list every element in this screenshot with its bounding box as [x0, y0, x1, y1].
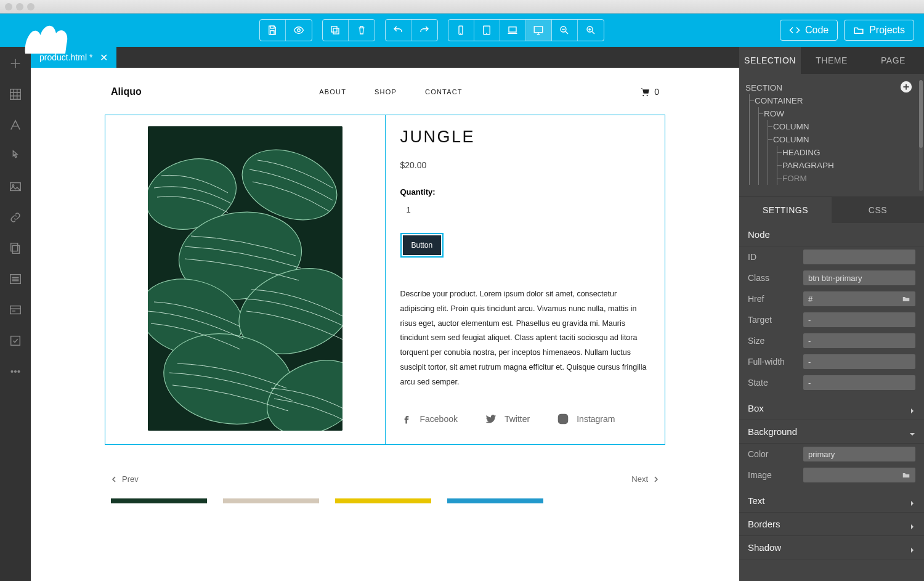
text-icon[interactable]: [6, 116, 25, 134]
next-button[interactable]: Next: [631, 474, 659, 484]
traffic-light-max[interactable]: [27, 3, 34, 10]
phone-icon[interactable]: [448, 20, 474, 41]
section-borders[interactable]: Borders: [739, 513, 924, 536]
list-icon[interactable]: [6, 270, 25, 288]
app-logo: [10, 14, 84, 47]
tree-column-2[interactable]: COLUMN: [773, 133, 918, 146]
id-input[interactable]: [803, 250, 915, 264]
product-title[interactable]: JUNGLE: [400, 128, 650, 147]
svg-rect-36: [11, 336, 20, 346]
product-section[interactable]: JUNGLE $20.00 Quantity: 1 Button Describ…: [105, 115, 665, 445]
href-input[interactable]: #: [803, 291, 915, 306]
site-brand[interactable]: Aliquo: [111, 86, 142, 97]
qty-value[interactable]: 1: [407, 205, 650, 214]
prev-button[interactable]: Prev: [111, 474, 139, 484]
traffic-light-close[interactable]: [5, 3, 12, 10]
chevron-right-icon: [909, 405, 915, 412]
tree-heading[interactable]: HEADING: [782, 146, 918, 159]
laptop-icon[interactable]: [500, 20, 526, 41]
bg-image-input[interactable]: [803, 468, 915, 482]
canvas[interactable]: Aliquo ABOUT SHOP CONTACT 0: [31, 68, 739, 581]
selected-element[interactable]: Button: [400, 233, 444, 258]
thumb-3[interactable]: [335, 498, 431, 503]
delete-icon[interactable]: [349, 20, 375, 41]
nav-shop[interactable]: SHOP: [375, 88, 397, 95]
size-input[interactable]: -: [803, 333, 915, 348]
undo-icon[interactable]: [386, 20, 411, 41]
traffic-light-min[interactable]: [16, 3, 23, 10]
projects-label: Projects: [869, 25, 905, 36]
svg-rect-28: [11, 243, 18, 251]
folder-icon[interactable]: [902, 471, 910, 479]
redo-icon[interactable]: [411, 20, 437, 41]
qty-label: Quantity:: [400, 187, 650, 197]
subtab-css[interactable]: CSS: [832, 197, 924, 223]
zoom-in-icon[interactable]: [578, 20, 604, 41]
section-shadow[interactable]: Shadow: [739, 536, 924, 559]
folder-icon[interactable]: [902, 295, 910, 303]
product-description[interactable]: Describe your product. Lorem ipsum dolor…: [400, 287, 650, 389]
class-input[interactable]: btn btn-primary: [803, 270, 915, 285]
tree-row[interactable]: ROW: [764, 107, 918, 120]
code-button[interactable]: Code: [780, 20, 838, 41]
nav-contact[interactable]: CONTACT: [425, 88, 463, 95]
image-icon[interactable]: [6, 177, 25, 196]
pager: Prev Next: [105, 474, 665, 484]
add-to-cart-button[interactable]: Button: [403, 235, 442, 255]
tab-page[interactable]: PAGE: [862, 47, 924, 74]
section-text[interactable]: Text: [739, 489, 924, 513]
thumb-4[interactable]: [447, 498, 543, 503]
grid-icon[interactable]: [6, 85, 25, 104]
tree-paragraph[interactable]: PARAGRAPH: [782, 159, 918, 172]
svg-point-39: [18, 371, 20, 373]
svg-rect-10: [535, 26, 543, 33]
close-icon[interactable]: ✕: [100, 52, 108, 63]
more-icon[interactable]: [6, 362, 25, 381]
fullwidth-input[interactable]: -: [803, 354, 915, 369]
zoom-out-icon[interactable]: [552, 20, 578, 41]
section-node[interactable]: Node: [739, 223, 924, 246]
nav-about[interactable]: ABOUT: [319, 88, 346, 95]
toolbar-center: [259, 19, 604, 41]
chevron-right-icon: [909, 498, 915, 504]
svg-rect-1: [270, 31, 274, 35]
add-icon[interactable]: [6, 54, 25, 73]
thumb-1[interactable]: [111, 498, 207, 503]
target-input[interactable]: -: [803, 312, 915, 327]
cart[interactable]: 0: [640, 87, 659, 97]
checkbox-icon[interactable]: [6, 331, 25, 350]
social-row: Facebook Twitter Instagram: [400, 413, 650, 425]
state-input[interactable]: -: [803, 375, 915, 390]
share-twitter[interactable]: Twitter: [485, 413, 530, 425]
tree-container[interactable]: CONTAINER: [755, 94, 918, 107]
card-icon[interactable]: [6, 301, 25, 319]
pointer-icon[interactable]: [6, 147, 25, 165]
link-icon[interactable]: [6, 208, 25, 227]
svg-point-2: [298, 29, 301, 32]
copy-icon[interactable]: [323, 20, 349, 41]
product-price[interactable]: $20.00: [400, 160, 650, 170]
tablet-icon[interactable]: [474, 20, 500, 41]
tree-scrollbar[interactable]: [919, 80, 923, 191]
subtab-settings[interactable]: SETTINGS: [739, 197, 832, 223]
tree-form[interactable]: FORM: [782, 172, 918, 185]
svg-rect-27: [12, 245, 19, 253]
add-element-icon[interactable]: [899, 80, 913, 94]
preview-icon[interactable]: [286, 20, 312, 41]
tab-selection[interactable]: SELECTION: [739, 47, 801, 74]
section-box[interactable]: Box: [739, 397, 924, 420]
tree-column-1[interactable]: COLUMN: [773, 120, 918, 133]
share-facebook[interactable]: Facebook: [400, 413, 458, 425]
projects-button[interactable]: Projects: [844, 20, 914, 41]
tab-theme[interactable]: THEME: [801, 47, 862, 74]
copy-tool-icon[interactable]: [6, 239, 25, 258]
thumb-2[interactable]: [223, 498, 319, 503]
save-icon[interactable]: [260, 20, 286, 41]
section-background[interactable]: Background: [739, 420, 924, 444]
dom-tree: SECTION CONTAINER ROW COLUMN COLUMN HEAD…: [739, 74, 924, 197]
share-instagram[interactable]: Instagram: [557, 413, 615, 425]
bg-color-input[interactable]: primary: [803, 447, 915, 461]
desktop-icon[interactable]: [526, 20, 552, 41]
product-image[interactable]: [148, 126, 342, 431]
tree-section[interactable]: SECTION: [745, 81, 918, 94]
